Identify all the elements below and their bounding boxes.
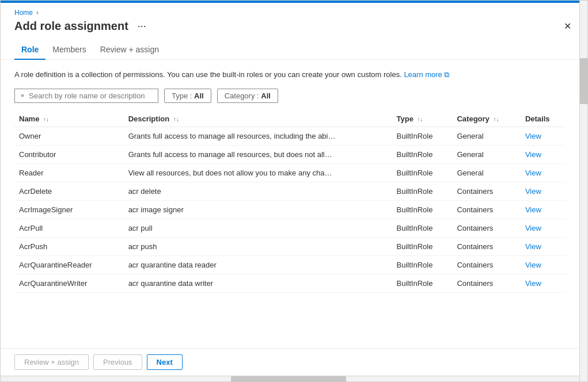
content-area: A role definition is a collection of per… — [1, 60, 587, 348]
col-header-description[interactable]: Description ↑↓ — [124, 111, 392, 127]
table-row[interactable]: Owner Grants full access to manage all r… — [14, 127, 566, 145]
cell-view-0[interactable]: View — [521, 127, 566, 145]
cell-name-5: AcrPull — [14, 219, 124, 237]
cell-name-3: AcrDelete — [14, 182, 124, 200]
cell-desc-0: Grants full access to manage all resourc… — [124, 127, 392, 145]
page-title: Add role assignment — [14, 20, 128, 33]
bottom-scrollbar-thumb — [231, 376, 346, 382]
next-button[interactable]: Next — [147, 354, 183, 370]
close-button[interactable]: ✕ — [562, 20, 574, 33]
cell-cat-7: Containers — [452, 255, 520, 274]
header: Add role assignment ··· ✕ — [1, 17, 587, 33]
breadcrumb-separator: › — [36, 9, 39, 17]
cell-type-6: BuiltInRole — [392, 237, 453, 255]
cell-view-8[interactable]: View — [521, 274, 566, 292]
cell-desc-1: Grants full access to manage all resourc… — [124, 145, 392, 163]
right-scrollbar-thumb — [580, 58, 588, 104]
cell-cat-8: Containers — [452, 274, 520, 292]
roles-table-container: Name ↑↓ Description ↑↓ Type ↑↓ Categor — [14, 111, 566, 349]
cell-view-7[interactable]: View — [521, 255, 566, 274]
table-row[interactable]: AcrPull acr pull BuiltInRole Containers … — [14, 219, 566, 237]
tab-role[interactable]: Role — [14, 40, 45, 60]
breadcrumb: Home › — [1, 3, 587, 17]
cell-name-2: Reader — [14, 163, 124, 182]
cell-name-6: AcrPush — [14, 237, 124, 255]
cell-type-3: BuiltInRole — [392, 182, 453, 200]
cell-cat-5: Containers — [452, 219, 520, 237]
breadcrumb-home[interactable]: Home — [14, 9, 33, 17]
description-text: A role definition is a collection of per… — [14, 69, 566, 81]
cell-view-1[interactable]: View — [521, 145, 566, 163]
cell-type-4: BuiltInRole — [392, 200, 453, 219]
cell-cat-6: Containers — [452, 237, 520, 255]
cell-type-7: BuiltInRole — [392, 255, 453, 274]
footer: Review + assign Previous Next — [1, 348, 587, 376]
cell-name-0: Owner — [14, 127, 124, 145]
search-box: ⚬ — [14, 89, 158, 103]
type-filter-button[interactable]: Type : All — [164, 89, 211, 103]
cell-cat-2: General — [452, 163, 520, 182]
cell-type-0: BuiltInRole — [392, 127, 453, 145]
col-header-name[interactable]: Name ↑↓ — [14, 111, 124, 127]
col-header-type[interactable]: Type ↑↓ — [392, 111, 453, 127]
review-assign-button[interactable]: Review + assign — [14, 354, 89, 370]
sort-arrows-cat: ↑↓ — [493, 116, 499, 123]
panel: Home › Add role assignment ··· ✕ Role Me… — [0, 0, 588, 382]
learn-more-link[interactable]: Learn more ⧉ — [404, 70, 449, 79]
cell-desc-7: acr quarantine data reader — [124, 255, 392, 274]
col-header-details: Details — [521, 111, 566, 127]
cell-view-5[interactable]: View — [521, 219, 566, 237]
bottom-scrollbar[interactable] — [1, 376, 587, 381]
ellipsis-menu[interactable]: ··· — [134, 19, 150, 33]
cell-cat-0: General — [452, 127, 520, 145]
cell-view-3[interactable]: View — [521, 182, 566, 200]
table-row[interactable]: AcrQuarantineReader acr quarantine data … — [14, 255, 566, 274]
cell-desc-3: acr delete — [124, 182, 392, 200]
cell-type-2: BuiltInRole — [392, 163, 453, 182]
cell-name-4: AcrImageSigner — [14, 200, 124, 219]
cell-desc-8: acr quarantine data writer — [124, 274, 392, 292]
cell-desc-4: acr image signer — [124, 200, 392, 219]
tab-bar: Role Members Review + assign — [1, 33, 587, 60]
cell-view-6[interactable]: View — [521, 237, 566, 255]
previous-button[interactable]: Previous — [93, 354, 142, 370]
search-icon: ⚬ — [20, 91, 25, 100]
right-scrollbar[interactable] — [579, 1, 587, 381]
table-row[interactable]: AcrPush acr push BuiltInRole Containers … — [14, 237, 566, 255]
cell-cat-1: General — [452, 145, 520, 163]
cell-name-7: AcrQuarantineReader — [14, 255, 124, 274]
table-row[interactable]: AcrQuarantineWriter acr quarantine data … — [14, 274, 566, 292]
cell-view-2[interactable]: View — [521, 163, 566, 182]
cell-desc-6: acr push — [124, 237, 392, 255]
cell-cat-4: Containers — [452, 200, 520, 219]
sort-arrows-name: ↑↓ — [43, 116, 49, 123]
cell-type-5: BuiltInRole — [392, 219, 453, 237]
filter-row: ⚬ Type : All Category : All — [14, 89, 566, 103]
cell-desc-2: View all resources, but does not allow y… — [124, 163, 392, 182]
roles-table: Name ↑↓ Description ↑↓ Type ↑↓ Categor — [14, 111, 566, 293]
cell-cat-3: Containers — [452, 182, 520, 200]
col-header-category[interactable]: Category ↑↓ — [452, 111, 520, 127]
table-row[interactable]: Contributor Grants full access to manage… — [14, 145, 566, 163]
cell-desc-5: acr pull — [124, 219, 392, 237]
sort-arrows-type: ↑↓ — [418, 116, 423, 123]
table-row[interactable]: Reader View all resources, but does not … — [14, 163, 566, 182]
tab-review-assign[interactable]: Review + assign — [93, 40, 166, 60]
table-row[interactable]: AcrDelete acr delete BuiltInRole Contain… — [14, 182, 566, 200]
cell-name-8: AcrQuarantineWriter — [14, 274, 124, 292]
tab-members[interactable]: Members — [45, 40, 93, 60]
sort-arrows-desc: ↑↓ — [173, 116, 179, 123]
cell-type-8: BuiltInRole — [392, 274, 453, 292]
table-row[interactable]: AcrImageSigner acr image signer BuiltInR… — [14, 200, 566, 219]
search-input[interactable] — [29, 91, 153, 100]
cell-name-1: Contributor — [14, 145, 124, 163]
category-filter-button[interactable]: Category : All — [217, 89, 278, 103]
cell-view-4[interactable]: View — [521, 200, 566, 219]
cell-type-1: BuiltInRole — [392, 145, 453, 163]
